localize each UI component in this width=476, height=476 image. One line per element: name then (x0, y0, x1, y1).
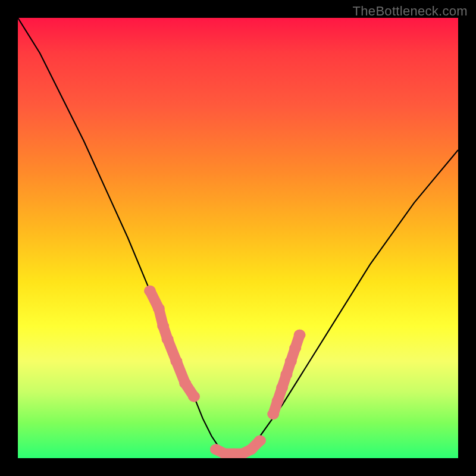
left-cluster-bead (144, 286, 156, 296)
watermark-text: TheBottleneck.com (353, 4, 468, 19)
right-cluster-bead (272, 396, 284, 406)
left-cluster-bead (188, 391, 200, 402)
left-cluster-bead (162, 334, 174, 345)
bottom-flat-bead (254, 435, 266, 446)
marker-layer (144, 286, 306, 458)
plot-area (18, 18, 458, 458)
right-cluster-bead (280, 369, 292, 380)
left-cluster-bead (157, 321, 169, 331)
right-cluster-bead (285, 356, 297, 367)
bottom-flat-bead (245, 444, 257, 455)
left-cluster-bead (179, 378, 191, 389)
left-cluster-bead (153, 303, 165, 314)
chart-svg (18, 18, 458, 458)
chart-stage: TheBottleneck.com (0, 0, 476, 476)
right-cluster-bead (294, 330, 306, 340)
left-cluster-bead (170, 356, 182, 367)
bottleneck-curve (18, 18, 458, 454)
right-cluster-bead (267, 409, 279, 419)
right-cluster-bead (276, 383, 288, 393)
right-cluster-bead (289, 343, 301, 353)
